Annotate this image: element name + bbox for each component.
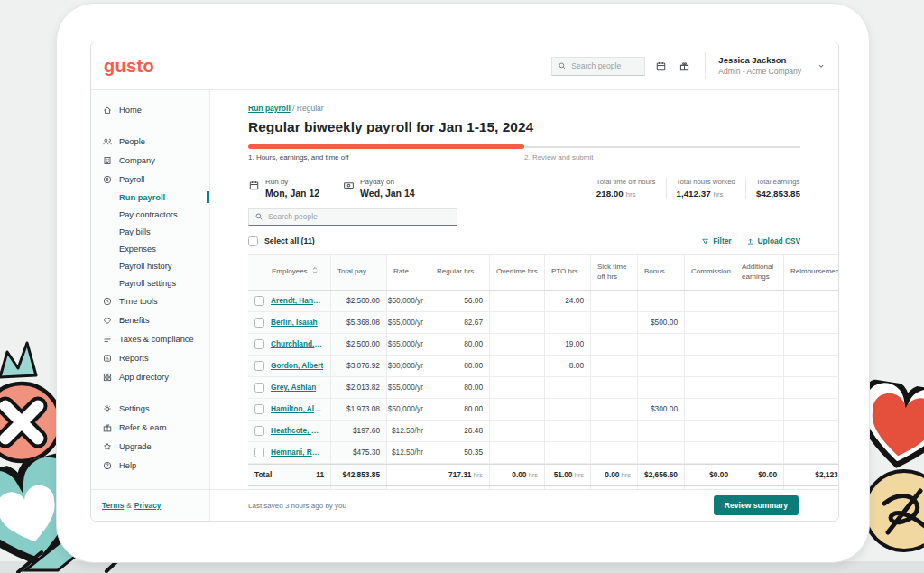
row-checkbox[interactable]	[254, 339, 264, 349]
sidebar-item-benefits[interactable]: Benefits	[91, 310, 209, 329]
cell-total-pay[interactable]: $2,500.00	[331, 291, 387, 311]
cell-total-pay[interactable]: $2,013.82	[331, 377, 387, 398]
cell-commission[interactable]	[685, 399, 735, 420]
cell-total-pay[interactable]: $1,973.08	[331, 399, 387, 420]
cell-additional-earnings[interactable]	[735, 421, 784, 441]
cell-pto-hrs[interactable]: 24.00	[545, 291, 591, 311]
breadcrumb-run-payroll-link[interactable]: Run payroll	[248, 104, 291, 113]
cell-commission[interactable]	[685, 377, 735, 398]
cell-bonus[interactable]	[638, 421, 685, 441]
cell-sick-time-off-hrs[interactable]	[591, 377, 638, 398]
cell-additional-earnings[interactable]	[735, 442, 784, 463]
sidebar-item-refer-earn[interactable]: Refer & earn	[91, 418, 209, 437]
sidebar-item-payroll-history[interactable]: Payroll history	[91, 257, 209, 274]
cell-total-pay[interactable]: $197.60	[331, 421, 387, 441]
cell-pto-hrs[interactable]	[545, 421, 591, 441]
cell-overtime-hrs[interactable]	[490, 421, 545, 441]
cell-overtime-hrs[interactable]	[490, 334, 545, 355]
cell-regular-hrs[interactable]: 80.00	[430, 356, 490, 376]
cell-reimbursement[interactable]	[784, 334, 838, 355]
sidebar-item-help[interactable]: Help	[91, 456, 209, 475]
sidebar-item-run-payroll[interactable]: Run payroll	[91, 189, 209, 206]
privacy-link[interactable]: Privacy	[134, 501, 162, 510]
cell-rate[interactable]: $50,000/yr	[387, 399, 430, 420]
employee-link[interactable]: Gordon, Albert	[271, 361, 323, 370]
cell-reimbursement[interactable]	[784, 291, 838, 311]
sidebar-item-taxes-compliance[interactable]: Taxes & compliance	[91, 329, 209, 348]
cell-overtime-hrs[interactable]	[490, 442, 545, 463]
sidebar-item-app-directory[interactable]: App directory	[91, 367, 209, 386]
cell-bonus[interactable]	[638, 334, 685, 355]
cell-rate[interactable]: $65,000/yr	[387, 334, 430, 355]
cell-reimbursement[interactable]	[784, 356, 838, 376]
employee-link[interactable]: Berlin, Isaiah	[271, 318, 318, 327]
employee-link[interactable]: Arendt, Hannah	[271, 296, 324, 305]
cell-sick-time-off-hrs[interactable]	[591, 334, 638, 355]
employee-link[interactable]: Grey, Ashlan	[271, 383, 316, 392]
cell-total-pay[interactable]: $2,500.00	[331, 334, 387, 355]
cell-additional-earnings[interactable]	[735, 312, 784, 333]
cell-regular-hrs[interactable]: 82.67	[430, 312, 490, 333]
cell-bonus[interactable]	[638, 291, 685, 311]
row-checkbox[interactable]	[254, 361, 264, 371]
cell-regular-hrs[interactable]: 56.00	[430, 291, 490, 311]
sidebar-item-pay-bills[interactable]: Pay bills	[91, 223, 209, 240]
sidebar-item-upgrade[interactable]: Upgrade	[91, 437, 209, 456]
people-search-input[interactable]	[268, 212, 451, 221]
cell-sick-time-off-hrs[interactable]	[591, 356, 638, 376]
row-checkbox[interactable]	[254, 296, 264, 306]
cell-total-pay[interactable]: $3,076.92	[331, 356, 387, 376]
calendar-icon[interactable]	[653, 59, 669, 74]
cell-bonus[interactable]: $300.00	[638, 399, 685, 420]
sidebar-item-company[interactable]: Company	[91, 151, 209, 170]
filter-button[interactable]: Filter	[701, 236, 731, 245]
cell-bonus[interactable]: $500.00	[638, 312, 685, 333]
cell-pto-hrs[interactable]: 19.00	[545, 334, 591, 355]
cell-overtime-hrs[interactable]	[490, 356, 545, 376]
people-search[interactable]	[248, 208, 457, 226]
cell-rate[interactable]: $50,000/yr	[387, 291, 430, 311]
cell-commission[interactable]	[685, 334, 735, 355]
sort-icon[interactable]	[311, 266, 319, 277]
cell-bonus[interactable]	[638, 442, 685, 463]
topbar-search[interactable]	[551, 57, 645, 76]
cell-rate[interactable]: $65,000/yr	[387, 312, 430, 333]
cell-additional-earnings[interactable]	[735, 399, 784, 420]
upload-csv-button[interactable]: Upload CSV	[746, 236, 800, 245]
cell-rate[interactable]: $80,000/yr	[387, 356, 430, 376]
cell-reimbursement[interactable]	[784, 377, 838, 398]
cell-sick-time-off-hrs[interactable]	[591, 442, 638, 463]
gift-icon[interactable]	[677, 59, 692, 74]
cell-commission[interactable]	[685, 291, 735, 311]
cell-regular-hrs[interactable]: 26.48	[430, 421, 490, 441]
cell-sick-time-off-hrs[interactable]	[591, 291, 638, 311]
cell-overtime-hrs[interactable]	[490, 377, 545, 398]
cell-sick-time-off-hrs[interactable]	[591, 312, 638, 333]
cell-reimbursement[interactable]	[784, 312, 838, 333]
sidebar-item-pay-contractors[interactable]: Pay contractors	[91, 206, 209, 223]
cell-overtime-hrs[interactable]	[490, 291, 545, 311]
sidebar-item-reports[interactable]: Reports	[91, 348, 209, 367]
cell-pto-hrs[interactable]	[545, 377, 591, 398]
topbar-search-input[interactable]	[571, 61, 639, 70]
cell-regular-hrs[interactable]: 80.00	[430, 399, 490, 420]
sidebar-item-payroll-settings[interactable]: Payroll settings	[91, 274, 209, 291]
cell-regular-hrs[interactable]: 80.00	[430, 377, 490, 398]
cell-reimbursement[interactable]	[784, 442, 838, 463]
cell-rate[interactable]: $12.50/hr	[387, 421, 430, 441]
employee-link[interactable]: Heathcote, Gio...	[271, 426, 324, 435]
chevron-down-icon[interactable]	[817, 61, 826, 70]
sidebar-item-expenses[interactable]: Expenses	[91, 240, 209, 257]
cell-additional-earnings[interactable]	[735, 291, 784, 311]
sidebar-item-payroll[interactable]: Payroll	[91, 170, 209, 189]
row-checkbox[interactable]	[254, 318, 264, 328]
cell-regular-hrs[interactable]: 50.35	[430, 442, 490, 463]
review-summary-button[interactable]: Review summary	[714, 495, 799, 515]
cell-commission[interactable]	[685, 442, 735, 463]
cell-additional-earnings[interactable]	[735, 334, 784, 355]
cell-pto-hrs[interactable]	[545, 399, 591, 420]
cell-total-pay[interactable]: $5,368.08	[331, 312, 387, 333]
cell-reimbursement[interactable]	[784, 421, 838, 441]
cell-bonus[interactable]	[638, 356, 685, 376]
cell-additional-earnings[interactable]	[735, 377, 784, 398]
